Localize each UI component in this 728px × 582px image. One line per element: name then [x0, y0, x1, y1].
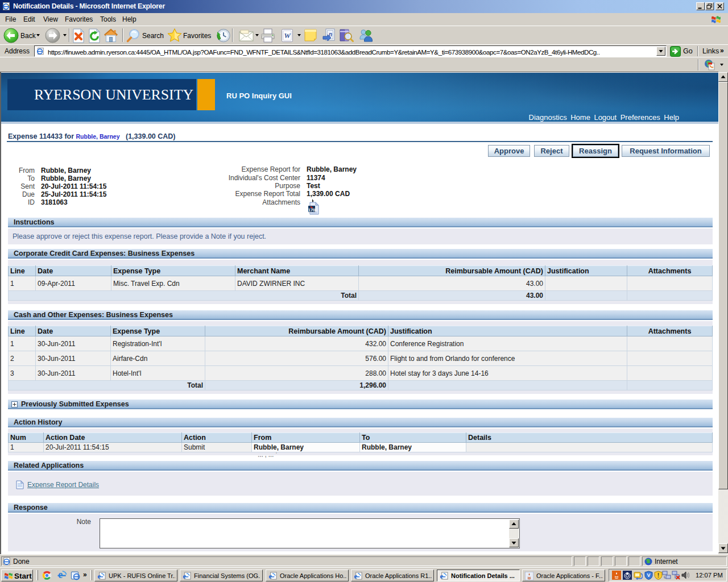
svg-text:!: ! [657, 572, 659, 579]
svg-text:e: e [183, 572, 186, 580]
svg-text:e: e [268, 572, 272, 580]
svg-text:170: 170 [308, 207, 316, 213]
svg-text:e: e [440, 572, 443, 580]
svg-text:e: e [354, 572, 357, 580]
svg-text:W: W [284, 31, 291, 40]
svg-text:e: e [97, 572, 101, 580]
svg-text:V: V [647, 572, 650, 578]
